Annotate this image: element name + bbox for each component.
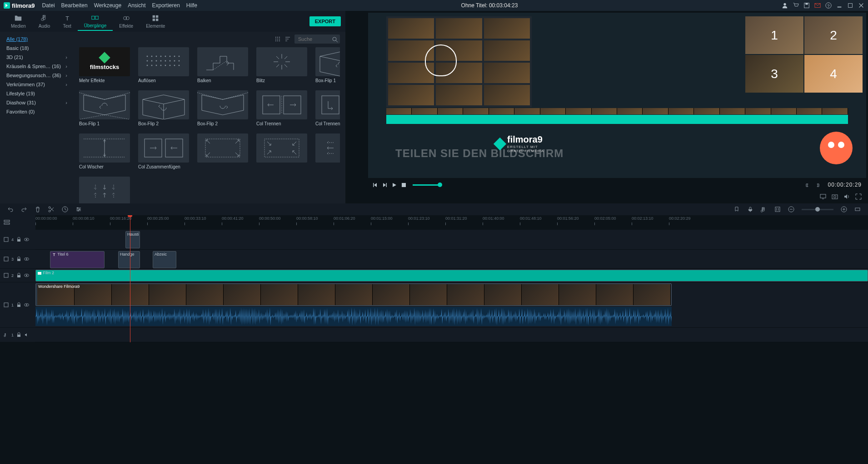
mixer-icon[interactable] (774, 206, 781, 212)
mark-in-icon[interactable] (805, 183, 809, 188)
thumb-coltrennen[interactable]: Col Trennen (256, 90, 307, 126)
mail-icon[interactable] (814, 2, 821, 9)
track-audio[interactable] (35, 328, 868, 342)
display-icon[interactable] (820, 193, 826, 200)
track-head-audio[interactable]: 1 (0, 328, 35, 342)
app-name: filmora9 (12, 2, 35, 9)
sidebar-item-lifestyle[interactable]: Lifestyle (19) (0, 89, 74, 98)
thumb-boxflip2b[interactable]: Box-Flip 2 (197, 90, 248, 126)
thumb-aufloesen[interactable]: Auflösen (138, 47, 189, 83)
thumb-row5b[interactable] (256, 133, 307, 169)
track-head-3[interactable]: 3 (0, 250, 35, 269)
redo-icon[interactable] (21, 206, 27, 212)
zoom-out-icon[interactable] (788, 206, 794, 212)
record-vo-icon[interactable] (747, 206, 753, 212)
sidebar-item-basic[interactable]: Basic (18) (0, 44, 74, 53)
thumb-row5c[interactable] (315, 133, 340, 169)
menu-bearbeiten[interactable]: Bearbeiten (61, 2, 88, 9)
grid-view-icon[interactable] (274, 36, 281, 42)
sidebar-item-bewegung[interactable]: Bewegungsunsch… (36) (0, 71, 74, 80)
clip-handge[interactable]: Handge (118, 251, 140, 268)
thumb-boxflip1a[interactable]: Box-Flip 1 (315, 47, 340, 83)
stop-icon[interactable] (401, 183, 406, 188)
minimize-icon[interactable] (836, 2, 843, 9)
tab-effekte[interactable]: Effekte (113, 12, 140, 30)
close-icon[interactable] (858, 2, 864, 9)
sidebar-item-diashow[interactable]: Diashow (31) (0, 98, 74, 107)
thumb-row5a[interactable] (197, 133, 248, 169)
thumb-coltrennen2[interactable]: Col Trennen 2 (315, 90, 340, 126)
track-3[interactable]: T Titel 6 Handge Abzeic (35, 250, 868, 269)
audio-mix-icon[interactable] (761, 206, 767, 212)
sidebar-item-alle[interactable]: Alle (178) (0, 35, 74, 44)
speed-icon[interactable] (62, 206, 68, 212)
manage-tracks-icon[interactable] (4, 219, 10, 226)
timeline-tracks[interactable]: 00:00:00:0000:00:08:1000:00:16:2000:00:2… (35, 215, 868, 342)
playhead[interactable] (130, 215, 130, 342)
adjust-icon[interactable] (75, 206, 82, 212)
snapshot-icon[interactable] (832, 193, 838, 200)
split-icon[interactable] (48, 206, 55, 212)
preview-viewport[interactable]: 12 34 TEILEN SIE DEN BILDSCHIRM filmora9… (368, 13, 866, 178)
sidebar-item-verkruemmen[interactable]: Verkrümmen (37) (0, 80, 74, 89)
help-icon[interactable]: ? (825, 2, 832, 9)
thumb-row5d[interactable] (79, 177, 130, 203)
next-frame-icon[interactable] (382, 183, 387, 188)
sidebar-item-3d[interactable]: 3D (21) (0, 53, 74, 62)
menu-datei[interactable]: Datei (42, 2, 55, 9)
maximize-icon[interactable] (847, 2, 853, 9)
clip-film2[interactable]: Film 2 (35, 270, 868, 281)
clip-main-audio[interactable] (35, 307, 672, 326)
thumb-blitz[interactable]: Blitz (256, 47, 307, 83)
undo-icon[interactable] (7, 206, 14, 212)
marker-icon[interactable] (733, 206, 740, 212)
sidebar-item-favoriten[interactable]: Favoriten (0) (0, 107, 74, 116)
tab-text[interactable]: TText (56, 12, 77, 30)
export-button[interactable]: EXPORT (309, 16, 341, 26)
thumb-boxflip2a[interactable]: Box-Flip 2 (138, 90, 189, 126)
sort-icon[interactable] (284, 36, 291, 42)
tab-uebergaenge[interactable]: Übergänge (78, 12, 113, 31)
search-icon[interactable] (332, 36, 338, 43)
thumb-colwischer[interactable]: Col Wischer (79, 133, 130, 169)
clip-abzeic[interactable]: Abzeic (153, 251, 176, 268)
tab-elemente[interactable]: Elemente (140, 12, 171, 30)
volume-icon[interactable] (843, 193, 850, 200)
clip-hausti[interactable]: Hausti (125, 231, 140, 248)
account-icon[interactable] (782, 2, 788, 9)
thumb-filmstocks[interactable]: filmstocksMehr Effekte (79, 47, 130, 83)
track-4[interactable]: Hausti (35, 230, 868, 250)
track-head-2[interactable]: 2 (0, 269, 35, 282)
cart-icon[interactable] (793, 2, 799, 9)
svg-rect-107 (17, 239, 20, 242)
play-icon[interactable] (392, 183, 397, 188)
tab-audio[interactable]: Audio (32, 12, 57, 30)
sidebar-item-kraeuseln[interactable]: Kräuseln & Spren… (16) (0, 62, 74, 71)
zoom-slider[interactable] (802, 209, 833, 210)
menu-exportieren[interactable]: Exportieren (152, 2, 180, 9)
progress-bar[interactable] (413, 184, 440, 186)
mark-out-icon[interactable] (816, 183, 820, 188)
menu-ansicht[interactable]: Ansicht (128, 2, 145, 9)
thumb-balken[interactable]: Balken (197, 47, 248, 83)
fullscreen-icon[interactable] (855, 193, 862, 200)
zoom-fit-icon[interactable] (854, 206, 861, 212)
delete-icon[interactable] (35, 206, 41, 212)
track-1[interactable]: Wondershare Filmora9 (35, 282, 868, 328)
tab-medien[interactable]: Medien (5, 12, 32, 30)
save-icon[interactable] (803, 2, 810, 9)
zoom-in-icon[interactable] (841, 206, 847, 212)
menu-werkzeuge[interactable]: Werkzeuge (94, 2, 121, 9)
clip-main-video[interactable] (35, 283, 672, 306)
track-head-4[interactable]: 4 (0, 230, 35, 250)
clip-titel6[interactable]: T Titel 6 (50, 251, 105, 268)
prev-frame-icon[interactable] (373, 183, 378, 188)
track-2[interactable]: Film 2 (35, 269, 868, 282)
track-head-1[interactable]: 1 (0, 282, 35, 328)
thumb-colzusammen[interactable]: Col Zusammenfügen (138, 133, 189, 169)
timeline-ruler[interactable]: 00:00:00:0000:00:08:1000:00:16:2000:00:2… (35, 215, 868, 230)
svg-point-20 (275, 39, 276, 39)
svg-rect-15 (153, 19, 155, 21)
menu-hilfe[interactable]: Hilfe (186, 2, 197, 9)
thumb-boxflip1b[interactable]: Box-Flip 1 (79, 90, 130, 126)
